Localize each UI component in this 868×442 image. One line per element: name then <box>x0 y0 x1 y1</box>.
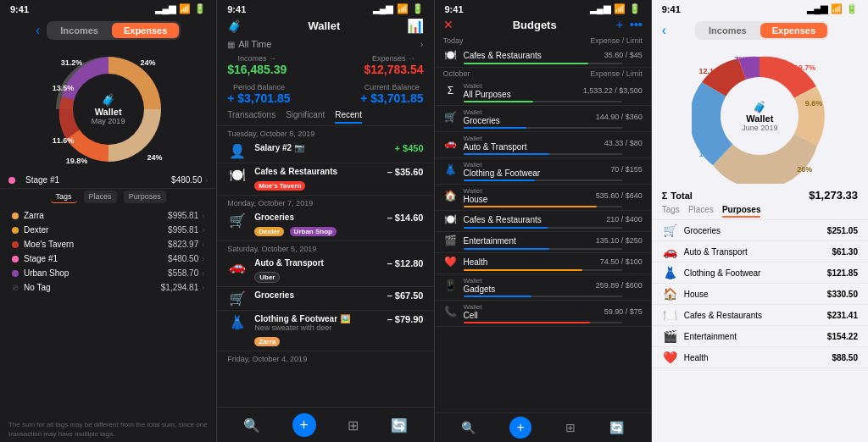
p2-balance-stats: Period Balance + $3,701.85 Current Balan… <box>217 80 433 108</box>
legend-amount-zarra: $995.81 <box>168 211 198 220</box>
tab-significant[interactable]: Significant <box>286 110 325 124</box>
toggle-expenses-p4[interactable]: Expenses <box>760 23 827 38</box>
legend-row-dexter[interactable]: Dexter $995.81 › <box>8 223 208 237</box>
budget-groceries-oct[interactable]: 🛒 Wallet Groceries 144.90 / $360 <box>435 106 651 132</box>
pct-116: 11.6% <box>53 136 75 145</box>
tx-title-transport: Auto & Transport <box>254 258 380 268</box>
btn-add-p3[interactable]: + <box>509 417 531 439</box>
budget-cafes-oct[interactable]: 🍽️ Cafes & Restaurants 210 / $400 <box>435 211 651 232</box>
current-balance-value: + $3,701.85 <box>360 91 423 105</box>
stat-current-balance: Current Balance + $3,701.85 <box>360 83 423 105</box>
btn-sync-p2[interactable]: 🔄 <box>391 417 408 434</box>
tab-transactions[interactable]: Transactions <box>227 110 275 124</box>
budget-health-oct[interactable]: ❤️ Health 74.50 / $100 <box>435 253 651 274</box>
p4-row-groceries[interactable]: 🛒 Groceries $251.05 <box>652 220 868 241</box>
p4-name-entertainment: Entertainment <box>684 332 737 341</box>
toggle-incomes-p1[interactable]: Incomes <box>48 23 110 38</box>
date-oct8: Tuesday, October 8, 2019 <box>217 126 433 140</box>
p4-row-clothing[interactable]: 👗 Clothing & Footwear $121.85 <box>652 262 868 284</box>
p4-row-transport[interactable]: 🚗 Auto & Transport $61.30 <box>652 241 868 262</box>
back-button-p1[interactable]: ‹ <box>36 23 40 38</box>
budget-name-house: House <box>464 195 591 204</box>
budget-transport-oct[interactable]: 🚗 Wallet Auto & Transport 43.33 / $80 <box>435 132 651 158</box>
btn-search-p3[interactable]: 🔍 <box>461 421 476 434</box>
p4-row-cafes[interactable]: 🍽️ Cafes & Restaurants $231.41 <box>652 305 868 326</box>
legend-dot-zarra <box>12 213 19 219</box>
tab-places-p4[interactable]: Places <box>688 205 714 218</box>
toggle-group-p1: Incomes Expenses <box>47 21 181 40</box>
budget-list: Today Expense / Limit 🍽️ Cafes & Restaur… <box>435 35 651 412</box>
status-time-p1: 9:41 <box>10 4 29 14</box>
p2-tabs: Transactions Significant Recent <box>217 108 433 126</box>
legend-row-zarra[interactable]: Zarra $995.81 › <box>8 208 208 223</box>
toggle-incomes-p4[interactable]: Incomes <box>697 23 759 38</box>
tx-tag-dexter: Dexter <box>254 227 284 236</box>
p4-amount-cafes: $231.41 <box>827 311 858 320</box>
tab-purposes-p4[interactable]: Purposes <box>722 205 761 218</box>
p4-total-row: Σ Total $1,273.33 <box>652 185 868 203</box>
tag-purposes[interactable]: Purposes <box>124 191 166 203</box>
signal-icon: ▂▄▆ <box>155 3 175 14</box>
btn-grid-p2[interactable]: ⊞ <box>348 417 359 434</box>
p4-row-health[interactable]: ❤️ Health $88.50 <box>652 347 868 368</box>
btn-search-p2[interactable]: 🔍 <box>243 417 260 434</box>
tx-salary2[interactable]: 👤 Salary #2 📷 + $450 <box>217 140 433 163</box>
budget-clothing-oct[interactable]: 👗 Wallet Clothing & Footwear 70 / $155 <box>435 158 651 185</box>
pct-24b: 24% <box>147 153 163 162</box>
p2-header: 🧳 Wallet 📊 <box>217 16 433 37</box>
tab-tags-p4[interactable]: Tags <box>662 205 680 218</box>
tx-transport[interactable]: 🚗 Auto & Transport Uber – $12.80 <box>217 255 433 287</box>
add-icon-p3[interactable]: + <box>616 18 623 31</box>
panel-wallet-transactions: 9:41 ▂▄▆ 📶 🔋 🧳 Wallet 📊 ▦ All Time › Inc… <box>216 0 433 442</box>
legend-row-moes[interactable]: Moe's Tavern $823.97 › <box>8 237 208 251</box>
close-icon-p3[interactable]: ✕ <box>443 18 453 31</box>
p3-bottom-nav: 🔍 + ⊞ 🔄 <box>435 412 651 442</box>
tag-places[interactable]: Places <box>84 191 117 203</box>
budget-bar-fill-cafes-today <box>464 63 589 64</box>
tab-recent[interactable]: Recent <box>335 110 362 124</box>
btn-add-p2[interactable]: + <box>292 413 316 437</box>
budget-entertainment-oct[interactable]: 🎬 Entertainment 135.10 / $250 <box>435 232 651 253</box>
legend-amount-notag: $1,294.81 <box>161 283 199 292</box>
wifi-icon-p4: 📶 <box>831 3 843 14</box>
btn-sync-p3[interactable]: 🔄 <box>609 421 624 434</box>
budget-section-today: Today Expense / Limit <box>435 35 651 47</box>
tx-groceries[interactable]: 🛒 Groceries Dexter Urban Shop – $14.60 <box>217 209 433 241</box>
budget-gadgets-oct[interactable]: 📱 Wallet Gadgets 259.89 / $600 <box>435 274 651 301</box>
wallet-icon-p4: 🧳 <box>742 101 777 113</box>
toggle-expenses-p1[interactable]: Expenses <box>112 23 179 38</box>
p4-amount-transport: $61.30 <box>832 247 858 257</box>
tag-tags[interactable]: Tags <box>51 191 77 203</box>
budget-amounts-cafes-today: 35.60 / $45 <box>604 51 643 59</box>
p2-chart-icon[interactable]: 📊 <box>407 18 424 34</box>
p2-alltime-row[interactable]: ▦ All Time › <box>217 37 433 51</box>
legend-row-urbanshop[interactable]: Urban Shop $558.70 › <box>8 266 208 280</box>
signal-icon-p4: ▂▄▆ <box>807 3 827 14</box>
btn-grid-p3[interactable]: ⊞ <box>565 421 576 434</box>
p4-row-house[interactable]: 🏠 House $330.50 <box>652 284 868 305</box>
tx-cafes[interactable]: 🍽️ Cafes & Restaurants Moe's Tavern – $3… <box>217 163 433 196</box>
budget-cell-oct[interactable]: 📞 Wallet Cell 59.90 / $75 <box>435 301 651 327</box>
back-button-p4[interactable]: ‹ <box>662 23 666 38</box>
toggle-group-p4: Incomes Expenses <box>695 21 829 40</box>
panel-wallet-may: 9:41 ▂▄▆ 📶 🔋 ‹ Incomes Expenses <box>0 0 216 442</box>
budget-house-oct[interactable]: 🏠 Wallet House 535.60 / $640 <box>435 185 651 211</box>
stage1-highlight[interactable]: Stage #1 $480.50 › <box>0 172 216 189</box>
legend-row-stage1[interactable]: Stage #1 $480.50 › <box>8 251 208 266</box>
legend-label-notag: No Tag <box>24 283 51 292</box>
legend-amount-stage1: $480.50 <box>168 254 198 263</box>
period-balance-label: Period Balance <box>227 83 290 91</box>
budget-all-purposes[interactable]: Σ Wallet All Purposes 1,533.22 / $3,500 <box>435 80 651 106</box>
budget-cafes-today[interactable]: 🍽️ Cafes & Restaurants 35.60 / $45 <box>435 47 651 68</box>
budget-icon-all: Σ <box>443 85 459 97</box>
budget-bar-fill-all <box>464 101 533 102</box>
budget-name-entertainment: Entertainment <box>464 236 591 246</box>
p4-row-entertainment[interactable]: 🎬 Entertainment $154.22 <box>652 326 868 347</box>
budget-icon-health: ❤️ <box>443 256 459 268</box>
pct-7: 7% <box>734 55 745 64</box>
tx-clothing[interactable]: 👗 Clothing & Footwear 🖼️ New sweater wit… <box>217 311 433 351</box>
legend-row-notag[interactable]: ⊘ No Tag $1,294.81 › <box>8 280 208 295</box>
budget-icon-cafes-today: 🍽️ <box>443 49 459 61</box>
tx-groceries2[interactable]: 🛒 Groceries – $67.50 <box>217 287 433 311</box>
more-icon-p3[interactable]: ••• <box>630 18 643 31</box>
